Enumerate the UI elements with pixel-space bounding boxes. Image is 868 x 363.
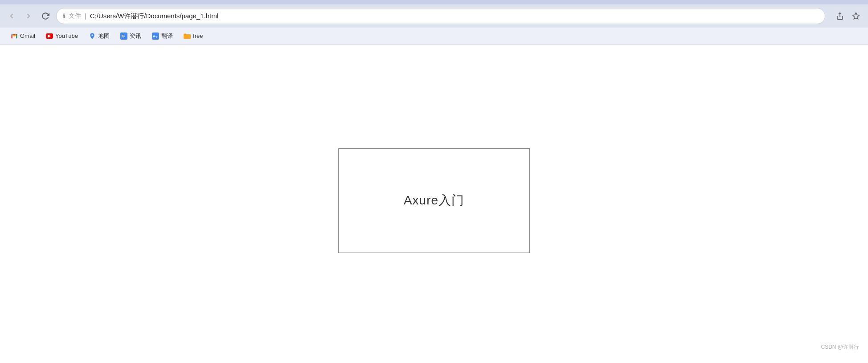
bookmark-star-button[interactable] (849, 9, 863, 23)
youtube-favicon-icon (46, 33, 53, 40)
maps-favicon-icon (89, 33, 96, 40)
bookmark-gmail[interactable]: Gmail (6, 31, 40, 41)
maps-label: 地图 (98, 32, 110, 40)
protocol-label: 文件 (69, 12, 81, 20)
nav-right (833, 9, 863, 23)
news-label: 资讯 (130, 32, 141, 40)
url-text: C:/Users/W许潜行/Documents/page_1.html (90, 12, 819, 20)
youtube-label: YouTube (55, 33, 78, 39)
bookmarks-bar: Gmail YouTube 地图 (0, 28, 868, 45)
bookmark-news[interactable]: G 资讯 (116, 30, 146, 42)
news-favicon-icon: G (120, 33, 127, 40)
svg-text:G: G (122, 34, 125, 38)
bookmark-translate[interactable]: A 文 翻译 (147, 30, 177, 42)
tab-bar (0, 0, 868, 4)
info-icon: ℹ (63, 12, 65, 20)
gmail-label: Gmail (20, 33, 35, 39)
share-button[interactable] (833, 9, 847, 23)
nav-bar: ℹ 文件 | C:/Users/W许潜行/Documents/page_1.ht… (0, 4, 868, 28)
center-box: Axure入门 (338, 148, 530, 253)
browser-chrome: ℹ 文件 | C:/Users/W许潜行/Documents/page_1.ht… (0, 0, 868, 45)
page-content: Axure入门 CSDN @许潜行 (0, 45, 868, 356)
translate-favicon-icon: A 文 (152, 33, 159, 40)
svg-text:文: 文 (155, 35, 158, 38)
gmail-favicon-icon (11, 33, 18, 40)
svg-point-2 (91, 34, 93, 36)
bookmark-free[interactable]: free (179, 31, 207, 41)
bookmark-maps[interactable]: 地图 (84, 30, 114, 42)
csdn-watermark: CSDN @许潜行 (821, 343, 859, 351)
free-label: free (193, 33, 203, 39)
forward-button[interactable] (22, 10, 35, 22)
reload-button[interactable] (39, 10, 52, 22)
address-separator: | (85, 12, 86, 20)
address-bar[interactable]: ℹ 文件 | C:/Users/W许潜行/Documents/page_1.ht… (56, 8, 825, 24)
translate-label: 翻译 (161, 32, 173, 40)
folder-favicon-icon (184, 33, 191, 40)
back-button[interactable] (5, 10, 18, 22)
bookmark-youtube[interactable]: YouTube (41, 31, 82, 41)
center-box-text: Axure入门 (404, 192, 464, 209)
svg-marker-1 (853, 13, 860, 19)
